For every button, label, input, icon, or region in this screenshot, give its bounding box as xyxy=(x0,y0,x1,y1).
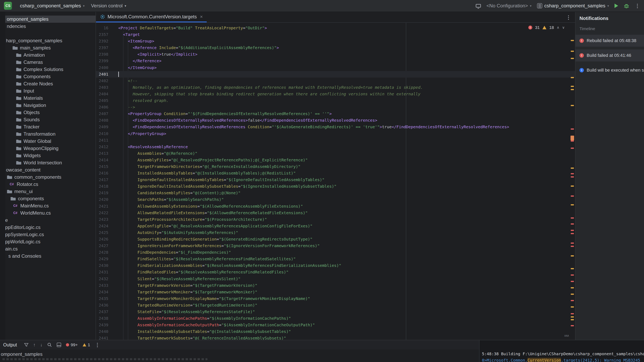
more-actions-icon[interactable]: ⋮ xyxy=(635,3,640,9)
code-line[interactable]: 2435 TargetFrameworkMonikerDisplayName="… xyxy=(96,295,575,302)
code-line[interactable]: 2421 AllowedAssemblyExtensions="$(Allowe… xyxy=(96,203,575,210)
output-error-badge[interactable]: 99+ xyxy=(66,342,78,347)
tree-item[interactable]: Components xyxy=(5,73,96,80)
tree-item[interactable]: ppSystemLogic.cs xyxy=(5,231,96,238)
code-line[interactable]: 2439 AssemblyInformationCacheOutputPath=… xyxy=(96,322,575,328)
stripe-mark[interactable] xyxy=(571,306,574,308)
stripe-mark[interactable] xyxy=(571,319,574,320)
layout-icon[interactable] xyxy=(57,343,61,347)
notification-item[interactable]: !Build failed at 05:41:46 xyxy=(576,50,644,61)
stripe-mark[interactable] xyxy=(571,204,574,206)
code-line[interactable]: 2402 <!-- xyxy=(96,78,575,84)
stripe-mark[interactable] xyxy=(571,274,574,276)
tree-item[interactable]: components xyxy=(5,195,96,202)
tree-item[interactable]: omponent_samples xyxy=(5,16,96,23)
filter-icon[interactable] xyxy=(24,343,28,347)
inspections-widget[interactable]: ! 31 18 ∧ ∨ xyxy=(527,25,566,30)
code-line[interactable]: 2434 TargetFrameworkMoniker="$(TargetFra… xyxy=(96,289,575,295)
code-line[interactable]: 2430 FindSerializationAssemblies="$(Reso… xyxy=(96,262,575,269)
notification-item[interactable]: iBuild will be executed when soluti xyxy=(576,64,644,76)
code-line[interactable]: 2403 Normally, as an optimization, findi… xyxy=(96,84,575,91)
code-line[interactable]: 2431 FindRelatedFiles="$(ResolveAssembly… xyxy=(96,269,575,275)
code-line[interactable]: 2399 </Reference> xyxy=(96,58,575,64)
solution-logo-icon[interactable]: CS xyxy=(4,2,12,10)
tree-item[interactable]: Input xyxy=(5,87,96,95)
code-line[interactable]: 2413 Assemblies="@(Reference)" xyxy=(96,150,575,157)
code-line[interactable]: 2433 TargetFrameworkVersion="$(TargetFra… xyxy=(96,282,575,289)
code-line[interactable]: 2398 <Implicit>true</Implicit> xyxy=(96,51,575,58)
stripe-mark[interactable] xyxy=(571,246,574,247)
tree-item[interactable]: Create Nodes xyxy=(5,80,96,87)
stripe-mark[interactable] xyxy=(571,294,574,295)
code-line[interactable]: 2392 <ItemGroup> xyxy=(96,38,575,45)
tree-item[interactable]: Cameras xyxy=(5,59,96,66)
stripe-mark[interactable] xyxy=(571,176,574,177)
tree-item[interactable]: Water Global xyxy=(5,138,96,145)
tree-item[interactable]: ain.cs xyxy=(5,245,96,253)
tree-item[interactable]: ndencies xyxy=(5,23,96,30)
code-line[interactable]: 2440 InstalledAssemblySubsetTables="@(In… xyxy=(96,328,575,335)
tree-item[interactable]: ppEditorLogic.cs xyxy=(5,224,96,231)
stripe-mark[interactable] xyxy=(571,325,574,326)
code-line[interactable]: 16<Project DefaultTargets="Build" TreatA… xyxy=(96,25,575,31)
code-line[interactable]: 2436 TargetedRuntimeVersion="$(TargetedR… xyxy=(96,302,575,308)
stripe-mark[interactable] xyxy=(571,223,574,225)
stripe-mark[interactable] xyxy=(571,287,574,288)
stripe-mark[interactable] xyxy=(571,167,574,169)
code-line[interactable]: 2437 StateFile="$(ResolveAssemblyReferen… xyxy=(96,308,575,315)
scroll-up-icon[interactable]: ↑ xyxy=(33,342,36,347)
run-configuration-selector[interactable]: csharp_component_samples ▾ xyxy=(537,3,609,9)
tree-item[interactable]: owcase_content xyxy=(5,166,96,173)
tree-item[interactable]: e xyxy=(5,217,96,224)
tree-item[interactable]: Tracker xyxy=(5,123,96,130)
tree-item[interactable]: Complex Solutions xyxy=(5,66,96,73)
code-line[interactable]: 2418 IgnoreDefaultInstalledAssemblySubse… xyxy=(96,183,575,190)
run-button[interactable] xyxy=(614,4,618,8)
tab-options-icon[interactable]: ⋮ xyxy=(566,14,571,21)
tree-item[interactable]: Materials xyxy=(5,95,96,102)
device-icon[interactable] xyxy=(476,4,481,8)
stripe-mark[interactable] xyxy=(571,196,574,197)
code-line[interactable]: 2422 AllowedRelatedFileExtensions="$(All… xyxy=(96,210,575,216)
code-line[interactable]: 2414 AssemblyFiles="@(_ResolvedProjectRe… xyxy=(96,157,575,163)
stripe-mark[interactable] xyxy=(571,173,574,174)
tree-item[interactable]: Objects xyxy=(5,109,96,116)
previous-problem-icon[interactable]: ∧ xyxy=(557,25,559,30)
tree-item[interactable]: harp_component_samples xyxy=(5,37,96,44)
tree-item[interactable]: menu_ui xyxy=(5,188,96,195)
stripe-mark[interactable] xyxy=(571,105,574,106)
tree-item[interactable]: Sounds xyxy=(5,116,96,123)
stripe-mark[interactable] xyxy=(571,313,574,314)
stripe-mark[interactable] xyxy=(571,316,574,317)
stripe-mark[interactable] xyxy=(571,40,574,41)
code-line[interactable]: 2427 IgnoreVersionForFrameworkReferences… xyxy=(96,243,575,249)
stripe-mark[interactable] xyxy=(571,58,574,59)
tree-item[interactable]: WeaponClipping xyxy=(5,145,96,152)
code-line[interactable]: 2441 TargetFrameworkSubsets="@(_Referenc… xyxy=(96,335,575,340)
tree-item[interactable]: common_components xyxy=(5,173,96,181)
tree-item[interactable]: C#WorldMenu.cs xyxy=(5,210,96,217)
stripe-mark[interactable] xyxy=(571,233,574,234)
code-line[interactable]: 2409 <FindDependenciesOfExternallyResolv… xyxy=(96,124,575,130)
tree-item[interactable]: World Intersection xyxy=(5,159,96,166)
code-line[interactable]: 2404 However, skipping that step breaks … xyxy=(96,91,575,97)
stripe-mark[interactable] xyxy=(571,77,574,78)
tree-item[interactable] xyxy=(5,30,96,37)
stripe-mark[interactable] xyxy=(571,268,574,269)
code-line[interactable]: 2432 Silent="$(ResolveAssemblyReferences… xyxy=(96,276,575,282)
code-line[interactable]: 2410 </PropertyGroup> xyxy=(96,130,575,137)
code-line[interactable]: 2405 resolved graph. xyxy=(96,97,575,104)
close-tab-icon[interactable]: × xyxy=(199,14,203,20)
code-line[interactable]: 2419 CandidateAssemblyFiles="@(Content);… xyxy=(96,190,575,196)
code-line[interactable]: 2411 xyxy=(96,137,575,144)
tree-item[interactable]: Transformation xyxy=(5,130,96,138)
stripe-mark[interactable] xyxy=(571,255,574,257)
code-line[interactable]: 2400 </ItemGroup> xyxy=(96,64,575,71)
tree-item[interactable]: main_samples xyxy=(5,44,96,52)
search-icon[interactable] xyxy=(47,342,52,347)
code-line[interactable]: 2423 TargetProcessorArchitecture="$(Proc… xyxy=(96,216,575,223)
highlighting-level-icon[interactable]: ∧∧∧ xyxy=(564,334,569,337)
stripe-mark[interactable] xyxy=(571,51,574,52)
stripe-mark[interactable] xyxy=(571,230,574,231)
code-line[interactable]: 2397 <Reference Include="$(AdditionalExp… xyxy=(96,45,575,51)
